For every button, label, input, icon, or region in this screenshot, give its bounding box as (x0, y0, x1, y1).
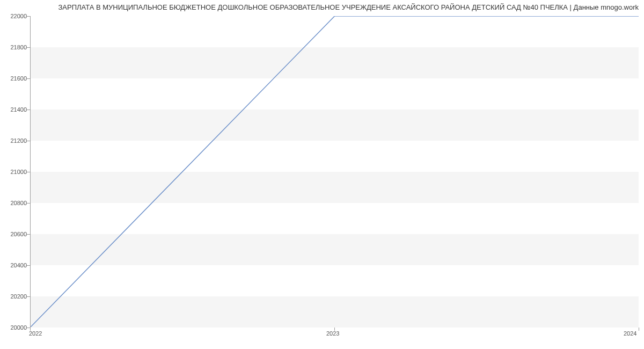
y-tick-label: 20800 (5, 200, 27, 206)
y-tick-mark (27, 141, 30, 141)
y-tick-label: 20600 (5, 231, 27, 237)
y-tick-mark (27, 78, 30, 79)
y-tick-label: 20200 (5, 293, 27, 300)
y-tick-mark (27, 265, 30, 266)
y-tick-mark (27, 16, 30, 17)
x-tick-mark (30, 328, 31, 331)
x-tick-label: 2024 (624, 330, 636, 337)
y-tick-label: 21000 (5, 169, 27, 175)
chart-title: ЗАРПЛАТА В МУНИЦИПАЛЬНОЕ БЮДЖЕТНОЕ ДОШКО… (58, 3, 639, 11)
y-tick-label: 22000 (5, 13, 27, 19)
x-tick-label: 2023 (326, 330, 339, 337)
y-tick-label: 21600 (5, 75, 27, 82)
y-tick-label: 21800 (5, 44, 27, 50)
plot-area (30, 16, 639, 328)
chart-line (31, 16, 639, 327)
y-tick-label: 20400 (5, 262, 27, 268)
y-tick-mark (27, 110, 30, 110)
x-tick-label: 2022 (29, 330, 42, 337)
y-tick-mark (27, 296, 30, 297)
chart-container: ЗАРПЛАТА В МУНИЦИПАЛЬНОЕ БЮДЖЕТНОЕ ДОШКО… (0, 0, 644, 349)
y-tick-mark (27, 47, 30, 48)
y-tick-label: 20000 (5, 324, 27, 331)
y-tick-mark (27, 203, 30, 203)
y-tick-mark (27, 234, 30, 235)
x-tick-mark (639, 328, 639, 331)
y-tick-label: 21400 (5, 106, 27, 113)
x-tick-mark (334, 328, 335, 331)
y-tick-mark (27, 172, 30, 172)
y-tick-label: 21200 (5, 137, 27, 144)
